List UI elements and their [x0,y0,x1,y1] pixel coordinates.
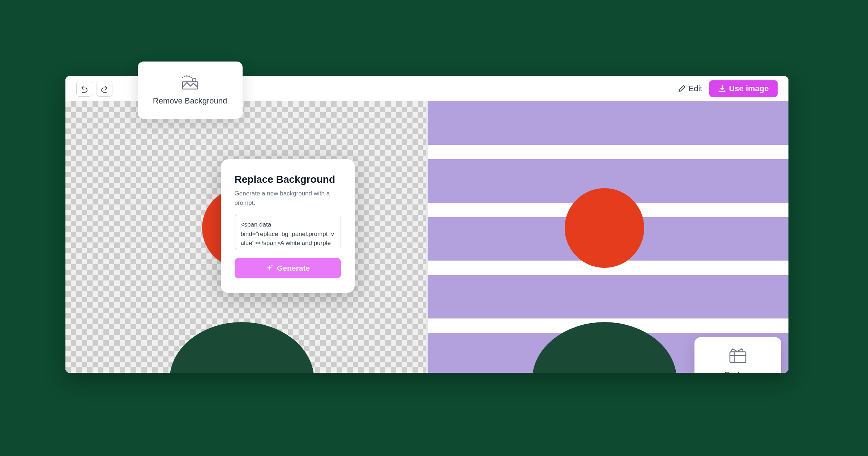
svg-point-6 [191,77,192,78]
toolbar-left [76,81,112,97]
editor-window: Edit Use image [65,76,788,373]
edit-label: Edit [689,84,702,93]
svg-point-9 [565,188,644,268]
replace-bg-card-icon [729,348,747,366]
use-image-button[interactable]: Use image [709,80,777,97]
undo-button[interactable] [76,81,92,97]
toolbar-right: Edit Use image [678,80,778,97]
generate-label: Generate [277,264,310,273]
sparkles-icon [265,264,273,272]
person-silhouette-right [532,170,684,373]
replace-bg-card[interactable]: Replace Background [694,337,781,373]
scene: Remove Background [37,47,832,409]
replace-bg-panel-description: Generate a new background with a prompt. [235,189,341,207]
svg-point-8 [170,322,314,373]
generate-button[interactable]: Generate [235,258,341,278]
svg-point-2 [182,77,183,78]
prompt-input[interactable]: <span data-bind="replace_bg_panel.prompt… [235,214,341,250]
replace-bg-panel-title: Replace Background [235,174,341,185]
panel-divider [426,101,428,373]
replace-bg-card-label: Replace Background [707,371,768,373]
right-panel: Replace Background [428,101,788,373]
svg-point-3 [184,76,185,77]
svg-point-1 [192,78,196,82]
svg-point-4 [186,75,188,77]
replace-bg-panel: Replace Background Generate a new backgr… [221,159,355,293]
redo-button[interactable] [97,81,112,97]
editor-content: Replace Background [65,101,788,373]
remove-bg-card[interactable]: Remove Background [138,62,243,119]
edit-button[interactable]: Edit [678,84,702,93]
remove-bg-label: Remove Background [153,96,227,106]
remove-bg-icon [181,75,199,90]
svg-rect-11 [730,352,746,363]
svg-point-5 [188,76,190,77]
svg-point-10 [532,322,677,373]
use-image-label: Use image [729,84,769,93]
